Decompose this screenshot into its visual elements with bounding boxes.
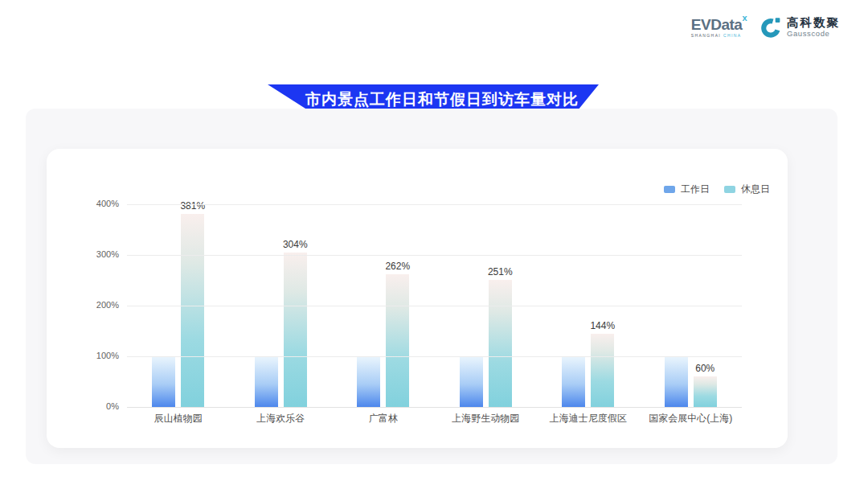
- workday-bar: [460, 356, 483, 407]
- page: EVDatax SHANGHAI CHINA 高科数聚 Gausscode 市内…: [0, 0, 868, 489]
- category-label: 广富林: [332, 412, 435, 425]
- y-axis-tick-label: 300%: [71, 249, 119, 259]
- chart-legend: 工作日 休息日: [664, 183, 770, 196]
- y-axis-tick-label: 100%: [71, 351, 119, 360]
- gridline: [127, 306, 742, 306]
- gausscode-logo-text: 高科数聚 Gausscode: [787, 17, 840, 38]
- evdata-logo-text: EVDatax: [691, 17, 747, 32]
- bar-value-label: 251%: [488, 266, 513, 277]
- y-axis-tick-label: 200%: [71, 300, 119, 310]
- evdata-logo: EVDatax SHANGHAI CHINA: [691, 17, 747, 38]
- workday-legend-label: 工作日: [681, 183, 710, 196]
- restday-bar: 262%: [386, 274, 409, 407]
- workday-bar: [562, 356, 585, 407]
- chart-card: 工作日 休息日 381%304%262%251%144%60% 辰山植物园上海欢…: [47, 149, 788, 448]
- category-axis: 辰山植物园上海欢乐谷广富林上海野生动物园上海迪士尼度假区国家会展中心(上海): [127, 412, 742, 425]
- y-axis-tick-label: 400%: [71, 199, 119, 208]
- restday-bar: 304%: [284, 253, 307, 407]
- content-panel: 工作日 休息日 381%304%262%251%144%60% 辰山植物园上海欢…: [26, 109, 837, 464]
- gridline: [127, 255, 742, 256]
- evdata-logo-subtext: SHANGHAI CHINA: [691, 34, 747, 38]
- gausscode-logo: 高科数聚 Gausscode: [760, 16, 840, 39]
- gausscode-g-icon: [760, 16, 782, 39]
- gridline: [127, 407, 742, 408]
- restday-bar: 60%: [694, 376, 717, 407]
- category-label: 上海欢乐谷: [230, 412, 333, 425]
- workday-bar: [152, 356, 175, 407]
- gausscode-en-label: Gausscode: [787, 30, 840, 38]
- restday-bar: 144%: [591, 334, 614, 407]
- bar-value-label: 60%: [695, 363, 714, 374]
- legend-item-workday[interactable]: 工作日: [664, 183, 710, 196]
- category-label: 上海野生动物园: [435, 412, 538, 425]
- category-label: 上海迪士尼度假区: [537, 412, 640, 425]
- bar-value-label: 262%: [385, 261, 410, 272]
- gridline: [127, 356, 742, 357]
- category-label: 辰山植物园: [127, 412, 230, 425]
- gridline: [127, 204, 742, 205]
- legend-item-restday[interactable]: 休息日: [724, 183, 770, 196]
- workday-legend-swatch: [664, 186, 675, 193]
- y-axis-tick-label: 0%: [71, 401, 119, 411]
- workday-bar: [665, 356, 688, 407]
- workday-bar: [357, 356, 380, 407]
- gausscode-cn-label: 高科数聚: [787, 17, 840, 30]
- category-label: 国家会展中心(上海): [640, 412, 743, 425]
- header-logos: EVDatax SHANGHAI CHINA 高科数聚 Gausscode: [691, 16, 840, 39]
- bar-value-label: 304%: [283, 239, 308, 250]
- bar-value-label: 381%: [180, 200, 205, 212]
- chart-plot-area: 381%304%262%251%144%60%: [127, 204, 742, 407]
- workday-bar: [255, 356, 278, 407]
- restday-legend-swatch: [724, 186, 735, 193]
- restday-legend-label: 休息日: [741, 183, 770, 196]
- restday-bar: 251%: [489, 280, 512, 407]
- bar-value-label: 144%: [590, 320, 615, 331]
- evdata-logo-x-icon: x: [742, 13, 747, 23]
- restday-bar: 381%: [181, 214, 204, 407]
- page-title: 市内景点工作日和节假日到访车量对比: [288, 89, 579, 110]
